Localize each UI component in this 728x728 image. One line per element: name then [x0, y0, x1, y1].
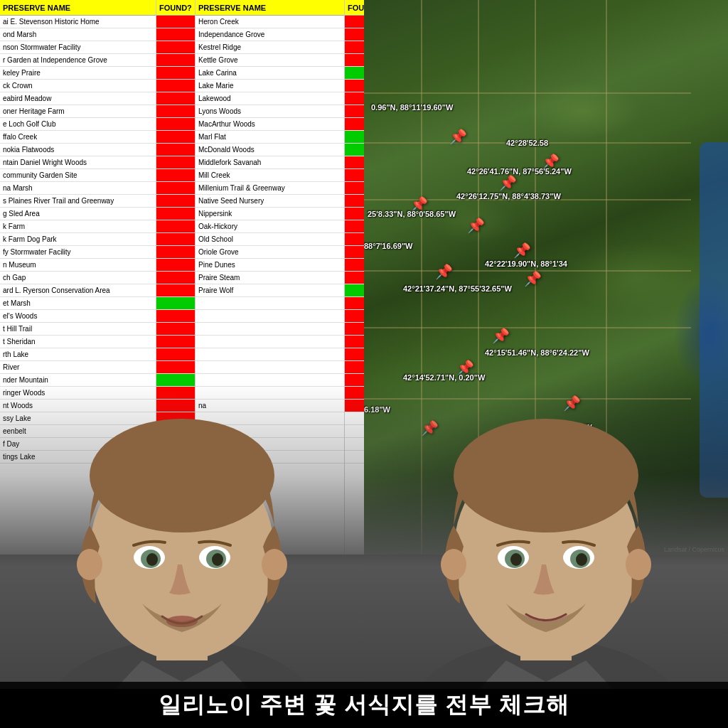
header-preserve-1: PRESERVE NAME	[0, 0, 156, 16]
table-row: MacArthur Woods	[196, 118, 344, 131]
found-cell-left	[156, 195, 195, 208]
found-cell-right	[345, 246, 364, 259]
found-cell-right	[345, 54, 364, 67]
table-row: el's Woods	[0, 310, 156, 323]
found-cell-right	[345, 297, 364, 310]
table-row: Old School	[196, 233, 344, 246]
coordinate-label: 88°7'16.69"W	[364, 242, 413, 250]
road-h5	[364, 327, 691, 328]
found-cell-left	[156, 131, 195, 144]
table-row: na Marsh	[0, 182, 156, 195]
found-cell-left	[156, 169, 195, 182]
found-cell-left	[156, 41, 195, 54]
table-row: community Garden Site	[0, 169, 156, 182]
table-row: Kettle Grove	[196, 54, 344, 67]
header-found-1: FOUND?	[156, 0, 195, 16]
subtitle-bar: 일리노이 주변 꽃 서식지를 전부 체크해	[0, 682, 728, 728]
table-row: Heron Creek	[196, 16, 344, 28]
found-cell-left	[156, 54, 195, 67]
table-row: e Loch Golf Club	[0, 118, 156, 131]
found-cell-left	[156, 310, 195, 323]
table-row: nson Stormwater Facility	[0, 41, 156, 54]
map-pin: 📌	[449, 128, 467, 145]
found-cell-left	[156, 105, 195, 118]
table-row: Kestrel Ridge	[196, 41, 344, 54]
coordinate-label: 42°28'52.58	[506, 139, 548, 147]
found-cell-right	[345, 220, 364, 233]
found-cell-left	[156, 80, 195, 92]
found-cell-left	[156, 336, 195, 348]
table-row: k Farm Dog Park	[0, 233, 156, 246]
coordinate-label: 42°15'51.46"N, 88°6'24.22"W	[485, 348, 589, 357]
map-pin: 📌	[467, 217, 485, 234]
road-h1	[364, 92, 691, 94]
found-cell-left	[156, 272, 195, 284]
table-row: t Sheridan	[0, 336, 156, 348]
svg-point-17	[441, 549, 466, 580]
found-cell-left	[156, 92, 195, 105]
map-pin: 📌	[513, 242, 531, 259]
found-cell-left	[156, 220, 195, 233]
table-row: keley Praire	[0, 67, 156, 80]
svg-point-24	[576, 553, 587, 566]
table-row: rth Lake	[0, 348, 156, 361]
found-cell-left	[156, 361, 195, 374]
svg-point-4	[77, 549, 102, 580]
table-row: Lyons Woods	[196, 105, 344, 118]
found-cell-left	[156, 16, 195, 28]
svg-point-5	[262, 549, 287, 580]
table-row: Lake Marie	[196, 80, 344, 92]
coordinate-label: 25'8.33"N, 88°0'58.65"W	[368, 210, 456, 218]
table-row	[196, 310, 344, 323]
svg-point-23	[510, 553, 522, 566]
table-row: ond Marsh	[0, 28, 156, 41]
found-cell-right	[345, 169, 364, 182]
table-row: Oak-Hickory	[196, 220, 344, 233]
svg-point-16	[454, 419, 638, 532]
found-cell-left	[156, 297, 195, 310]
found-cell-left	[156, 208, 195, 220]
table-row: fy Stormwater Facility	[0, 246, 156, 259]
table-row	[196, 348, 344, 361]
found-cell-right	[345, 348, 364, 361]
table-row: Praire Wolf	[196, 284, 344, 297]
map-pin: 📌	[499, 174, 517, 191]
table-row: et Marsh	[0, 297, 156, 310]
found-cell-right	[345, 118, 364, 131]
found-cell-right	[345, 259, 364, 272]
table-row: Independance Grove	[196, 28, 344, 41]
found-cell-left	[156, 246, 195, 259]
map-pin: 📌	[492, 327, 510, 344]
found-cell-right	[345, 16, 364, 28]
found-cell-right	[345, 336, 364, 348]
table-row: Oriole Grove	[196, 246, 344, 259]
header-preserve-2: PRESERVE NAME	[196, 0, 344, 16]
found-cell-left	[156, 348, 195, 361]
coordinate-label: 42°21'37.24"N, 87°55'32.65"W	[403, 284, 512, 293]
table-row: Lake Carina	[196, 67, 344, 80]
found-cell-left	[156, 67, 195, 80]
person-right	[364, 383, 728, 689]
found-cell-left	[156, 144, 195, 156]
table-row: Nippersink	[196, 208, 344, 220]
right-panel: 📌📌📌📌📌📌📌📌📌📌📌📌 0.96"N, 88°11'19.60"W42°28'…	[364, 0, 728, 728]
found-cell-right	[345, 131, 364, 144]
found-cell-left	[156, 156, 195, 169]
table-row	[196, 336, 344, 348]
found-cell-right	[345, 323, 364, 336]
svg-point-18	[626, 549, 651, 580]
found-cell-right	[345, 144, 364, 156]
table-row: r Garden at Independence Grove	[0, 54, 156, 67]
table-row: ffalo Creek	[0, 131, 156, 144]
table-row	[196, 297, 344, 310]
found-cell-right	[345, 92, 364, 105]
map-pin: 📌	[524, 270, 542, 287]
map-pin: 📌	[435, 263, 453, 280]
found-cell-right	[345, 233, 364, 246]
person-face-right-svg	[364, 383, 728, 689]
main-container: PRESERVE NAME ai E. Stevenson Historic H…	[0, 0, 728, 728]
found-cell-right	[345, 284, 364, 297]
coordinate-label: 42°14'52.71"N, 0.20"W	[403, 373, 485, 382]
found-cell-right	[345, 80, 364, 92]
found-cell-left	[156, 284, 195, 297]
